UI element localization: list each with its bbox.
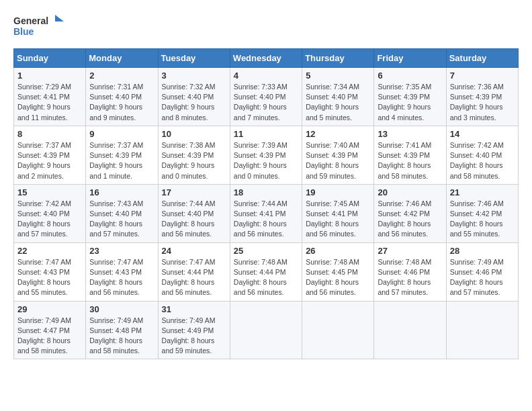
day-number: 17	[162, 187, 226, 197]
calendar-week-row: 22Sunrise: 7:47 AMSunset: 4:43 PMDayligh…	[14, 242, 519, 301]
calendar-cell	[374, 301, 446, 359]
day-header-thursday: Thursday	[302, 49, 374, 68]
day-info: Sunrise: 7:39 AMSunset: 4:39 PMDaylight:…	[234, 140, 298, 181]
calendar-cell: 26Sunrise: 7:48 AMSunset: 4:45 PMDayligh…	[302, 242, 374, 301]
calendar-cell: 9Sunrise: 7:37 AMSunset: 4:39 PMDaylight…	[86, 126, 158, 184]
day-number: 3	[162, 71, 226, 81]
day-info: Sunrise: 7:41 AMSunset: 4:39 PMDaylight:…	[378, 140, 442, 181]
calendar-cell: 5Sunrise: 7:34 AMSunset: 4:40 PMDaylight…	[302, 68, 374, 126]
calendar-header-row: SundayMondayTuesdayWednesdayThursdayFrid…	[14, 49, 519, 68]
day-number: 10	[162, 129, 226, 139]
day-info: Sunrise: 7:43 AMSunset: 4:40 PMDaylight:…	[89, 199, 154, 240]
calendar-cell: 4Sunrise: 7:33 AMSunset: 4:40 PMDaylight…	[230, 68, 302, 126]
day-number: 6	[378, 71, 442, 81]
day-number: 21	[450, 187, 515, 197]
calendar-cell: 10Sunrise: 7:38 AMSunset: 4:39 PMDayligh…	[158, 126, 230, 184]
day-info: Sunrise: 7:46 AMSunset: 4:42 PMDaylight:…	[378, 199, 442, 240]
calendar-cell: 23Sunrise: 7:47 AMSunset: 4:43 PMDayligh…	[86, 242, 158, 301]
day-info: Sunrise: 7:38 AMSunset: 4:39 PMDaylight:…	[162, 140, 226, 181]
day-info: Sunrise: 7:34 AMSunset: 4:40 PMDaylight:…	[306, 82, 370, 123]
calendar-cell	[302, 301, 374, 359]
calendar-cell: 13Sunrise: 7:41 AMSunset: 4:39 PMDayligh…	[374, 126, 446, 184]
calendar-cell: 25Sunrise: 7:48 AMSunset: 4:44 PMDayligh…	[230, 242, 302, 301]
calendar-cell: 3Sunrise: 7:32 AMSunset: 4:40 PMDaylight…	[158, 68, 230, 126]
day-info: Sunrise: 7:37 AMSunset: 4:39 PMDaylight:…	[89, 140, 154, 181]
calendar-cell: 1Sunrise: 7:29 AMSunset: 4:41 PMDaylight…	[14, 68, 86, 126]
logo: General Blue	[13, 13, 67, 42]
day-number: 29	[17, 304, 82, 314]
day-number: 27	[378, 246, 442, 256]
day-info: Sunrise: 7:49 AMSunset: 4:46 PMDaylight:…	[450, 257, 515, 298]
day-header-friday: Friday	[374, 49, 446, 68]
day-info: Sunrise: 7:29 AMSunset: 4:41 PMDaylight:…	[17, 82, 82, 123]
calendar-cell: 22Sunrise: 7:47 AMSunset: 4:43 PMDayligh…	[14, 242, 86, 301]
day-number: 31	[162, 304, 226, 314]
day-number: 26	[306, 246, 370, 256]
day-info: Sunrise: 7:42 AMSunset: 4:40 PMDaylight:…	[17, 199, 82, 240]
day-number: 1	[17, 71, 82, 81]
calendar-cell: 30Sunrise: 7:49 AMSunset: 4:48 PMDayligh…	[86, 301, 158, 359]
day-header-sunday: Sunday	[14, 49, 86, 68]
calendar-week-row: 1Sunrise: 7:29 AMSunset: 4:41 PMDaylight…	[14, 68, 519, 126]
calendar-cell: 17Sunrise: 7:44 AMSunset: 4:40 PMDayligh…	[158, 184, 230, 242]
calendar-cell: 21Sunrise: 7:46 AMSunset: 4:42 PMDayligh…	[446, 184, 518, 242]
day-info: Sunrise: 7:47 AMSunset: 4:43 PMDaylight:…	[17, 257, 82, 298]
day-number: 30	[89, 304, 154, 314]
calendar-cell: 14Sunrise: 7:42 AMSunset: 4:40 PMDayligh…	[446, 126, 518, 184]
day-number: 25	[234, 246, 298, 256]
day-number: 13	[378, 129, 442, 139]
day-info: Sunrise: 7:48 AMSunset: 4:44 PMDaylight:…	[234, 257, 298, 298]
day-number: 5	[306, 71, 370, 81]
calendar-cell: 8Sunrise: 7:37 AMSunset: 4:39 PMDaylight…	[14, 126, 86, 184]
day-number: 20	[378, 187, 442, 197]
calendar-cell: 2Sunrise: 7:31 AMSunset: 4:40 PMDaylight…	[86, 68, 158, 126]
day-info: Sunrise: 7:31 AMSunset: 4:40 PMDaylight:…	[89, 82, 154, 123]
day-number: 22	[17, 246, 82, 256]
day-info: Sunrise: 7:44 AMSunset: 4:40 PMDaylight:…	[162, 199, 226, 240]
page-header: General Blue	[13, 13, 519, 42]
calendar-cell: 20Sunrise: 7:46 AMSunset: 4:42 PMDayligh…	[374, 184, 446, 242]
day-number: 11	[234, 129, 298, 139]
day-info: Sunrise: 7:48 AMSunset: 4:46 PMDaylight:…	[378, 257, 442, 298]
calendar-week-row: 29Sunrise: 7:49 AMSunset: 4:47 PMDayligh…	[14, 301, 519, 359]
calendar-cell: 27Sunrise: 7:48 AMSunset: 4:46 PMDayligh…	[374, 242, 446, 301]
day-header-tuesday: Tuesday	[158, 49, 230, 68]
day-info: Sunrise: 7:45 AMSunset: 4:41 PMDaylight:…	[306, 199, 370, 240]
calendar-table: SundayMondayTuesdayWednesdayThursdayFrid…	[13, 48, 519, 359]
day-info: Sunrise: 7:49 AMSunset: 4:49 PMDaylight:…	[162, 316, 226, 357]
day-info: Sunrise: 7:46 AMSunset: 4:42 PMDaylight:…	[450, 199, 515, 240]
day-info: Sunrise: 7:33 AMSunset: 4:40 PMDaylight:…	[234, 82, 298, 123]
day-header-saturday: Saturday	[446, 49, 518, 68]
day-number: 18	[234, 187, 298, 197]
day-number: 23	[89, 246, 154, 256]
calendar-cell: 29Sunrise: 7:49 AMSunset: 4:47 PMDayligh…	[14, 301, 86, 359]
calendar-cell	[230, 301, 302, 359]
day-info: Sunrise: 7:40 AMSunset: 4:39 PMDaylight:…	[306, 140, 370, 181]
day-number: 8	[17, 129, 82, 139]
day-number: 4	[234, 71, 298, 81]
logo-svg: General Blue	[13, 13, 67, 42]
day-info: Sunrise: 7:36 AMSunset: 4:39 PMDaylight:…	[450, 82, 515, 123]
day-info: Sunrise: 7:32 AMSunset: 4:40 PMDaylight:…	[162, 82, 226, 123]
day-info: Sunrise: 7:47 AMSunset: 4:44 PMDaylight:…	[162, 257, 226, 298]
calendar-cell: 18Sunrise: 7:44 AMSunset: 4:41 PMDayligh…	[230, 184, 302, 242]
calendar-cell	[446, 301, 518, 359]
calendar-cell: 28Sunrise: 7:49 AMSunset: 4:46 PMDayligh…	[446, 242, 518, 301]
day-info: Sunrise: 7:37 AMSunset: 4:39 PMDaylight:…	[17, 140, 82, 181]
calendar-cell: 15Sunrise: 7:42 AMSunset: 4:40 PMDayligh…	[14, 184, 86, 242]
day-header-wednesday: Wednesday	[230, 49, 302, 68]
day-info: Sunrise: 7:35 AMSunset: 4:39 PMDaylight:…	[378, 82, 442, 123]
calendar-cell: 6Sunrise: 7:35 AMSunset: 4:39 PMDaylight…	[374, 68, 446, 126]
day-number: 16	[89, 187, 154, 197]
day-number: 7	[450, 71, 515, 81]
day-info: Sunrise: 7:47 AMSunset: 4:43 PMDaylight:…	[89, 257, 154, 298]
calendar-cell: 12Sunrise: 7:40 AMSunset: 4:39 PMDayligh…	[302, 126, 374, 184]
day-number: 9	[89, 129, 154, 139]
calendar-cell: 31Sunrise: 7:49 AMSunset: 4:49 PMDayligh…	[158, 301, 230, 359]
calendar-cell: 19Sunrise: 7:45 AMSunset: 4:41 PMDayligh…	[302, 184, 374, 242]
calendar-week-row: 8Sunrise: 7:37 AMSunset: 4:39 PMDaylight…	[14, 126, 519, 184]
day-info: Sunrise: 7:48 AMSunset: 4:45 PMDaylight:…	[306, 257, 370, 298]
day-info: Sunrise: 7:49 AMSunset: 4:48 PMDaylight:…	[89, 316, 154, 357]
calendar-week-row: 15Sunrise: 7:42 AMSunset: 4:40 PMDayligh…	[14, 184, 519, 242]
day-number: 24	[162, 246, 226, 256]
